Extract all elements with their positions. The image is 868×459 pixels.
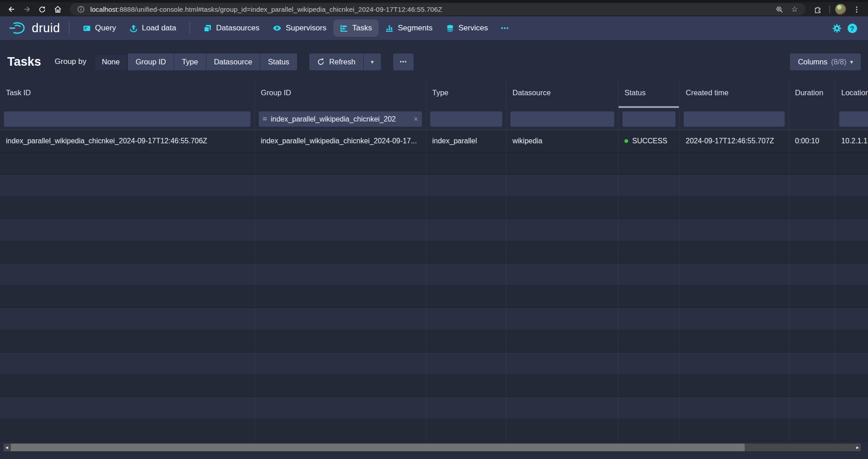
group-by-none-button[interactable]: None (94, 54, 127, 70)
empty-cell (255, 264, 426, 286)
browser-menu-kebab-icon[interactable] (850, 3, 863, 16)
column-header-group-id[interactable]: Group ID (255, 77, 426, 108)
group-by-type-button[interactable]: Type (174, 54, 206, 70)
empty-cell (835, 375, 868, 397)
column-header-created-time[interactable]: Created time (680, 77, 789, 108)
segments-chart-icon (385, 24, 393, 32)
group-by-datasource-button[interactable]: Datasource (206, 54, 260, 70)
group-by-label: Group by (55, 57, 87, 66)
filter-value: index_parallel_wikipedia_chicnkei_202 (271, 115, 410, 123)
nav-item-tasks[interactable]: Tasks (333, 20, 379, 37)
nav-more-button[interactable] (495, 20, 515, 36)
group-by-status-button[interactable]: Status (260, 54, 297, 70)
empty-cell (255, 419, 426, 441)
nav-item-services[interactable]: Services (439, 20, 495, 37)
site-info-icon[interactable] (75, 4, 86, 15)
button-label: None (102, 58, 120, 66)
filter-input-task-id[interactable] (4, 111, 251, 127)
column-header-location[interactable]: Location (835, 77, 868, 108)
scrollbar-thumb[interactable] (11, 444, 745, 451)
nav-item-supervisors[interactable]: Supervisors (266, 20, 333, 37)
empty-cell (619, 152, 680, 175)
scrollbar-left-arrow[interactable]: ◂ (4, 444, 10, 451)
cell-group-id[interactable]: index_parallel_wikipedia_chicnkei_2024-0… (255, 130, 426, 152)
empty-cell (619, 397, 680, 419)
column-header-datasource[interactable]: Datasource (507, 77, 619, 108)
scrollbar-right-arrow[interactable]: ▸ (854, 444, 861, 451)
empty-cell (619, 308, 680, 330)
empty-cell (255, 375, 426, 397)
empty-table-row (0, 419, 868, 441)
columns-count: (8/8) (831, 58, 847, 66)
cell-datasource[interactable]: wikipedia (507, 130, 619, 152)
profile-avatar[interactable] (835, 4, 846, 15)
filter-input-datasource[interactable] (510, 111, 614, 127)
column-header-status[interactable]: Status (619, 77, 680, 108)
help-button[interactable]: ? (844, 20, 860, 36)
column-label: Group ID (261, 88, 291, 97)
toolbar-more-button[interactable] (393, 54, 414, 70)
cell-task-id[interactable]: index_parallel_wikipedia_chicnkei_2024-0… (0, 130, 255, 152)
settings-gear-button[interactable] (829, 20, 844, 36)
empty-cell (680, 375, 789, 397)
equals-filter-icon: = (263, 115, 267, 124)
zoom-in-icon[interactable] (774, 4, 785, 15)
column-header-type[interactable]: Type (426, 77, 507, 108)
empty-cell (426, 308, 507, 330)
cell-created-time[interactable]: 2024-09-17T12:46:55.707Z (680, 130, 789, 152)
filter-input-group-id[interactable]: = index_parallel_wikipedia_chicnkei_202 … (258, 111, 422, 127)
filter-input-location[interactable] (839, 111, 868, 127)
nav-item-load-data[interactable]: Load data (123, 20, 183, 37)
cell-location[interactable]: 10.2.1.1 (835, 130, 868, 152)
nav-item-datasources[interactable]: Datasources (197, 20, 266, 37)
empty-cell (835, 308, 868, 330)
empty-cell (507, 152, 619, 175)
columns-dropdown-button[interactable]: Columns (8/8) ▾ (790, 54, 861, 70)
button-label: Datasource (214, 58, 252, 66)
cell-duration[interactable]: 0:00:10 (789, 130, 835, 152)
empty-cell (0, 219, 255, 241)
empty-cell (426, 330, 507, 352)
empty-cell (680, 197, 789, 219)
refresh-button[interactable]: Refresh (309, 54, 363, 70)
empty-cell (0, 197, 255, 219)
button-label: Status (268, 58, 289, 66)
extensions-icon[interactable] (811, 3, 824, 16)
empty-cell (0, 330, 255, 352)
bookmark-star-icon[interactable]: ☆ (789, 4, 800, 15)
empty-cell (680, 419, 789, 441)
empty-cell (255, 308, 426, 330)
empty-cell (426, 219, 507, 241)
filter-cell-duration (789, 108, 835, 130)
brand-name: druid (32, 21, 60, 35)
group-by-group-id-button[interactable]: Group ID (128, 54, 174, 70)
empty-table-row (0, 264, 868, 286)
reload-button[interactable] (35, 3, 49, 16)
home-button[interactable] (51, 3, 64, 16)
druid-logo-icon (8, 21, 27, 35)
navbar-divider (69, 22, 69, 34)
nav-item-query[interactable]: Query (76, 20, 123, 37)
empty-cell (0, 152, 255, 175)
filter-input-type[interactable] (430, 111, 502, 127)
forward-button[interactable] (20, 3, 34, 16)
cell-type[interactable]: index_parallel (426, 130, 507, 152)
refresh-interval-caret-button[interactable]: ▾ (364, 54, 381, 70)
nav-item-segments[interactable]: Segments (379, 20, 439, 37)
empty-cell (507, 397, 619, 419)
empty-cell (789, 308, 835, 330)
back-button[interactable] (5, 3, 18, 16)
horizontal-scrollbar[interactable]: ◂ ▸ (4, 444, 861, 451)
column-header-task-id[interactable]: Task ID (0, 77, 255, 108)
refresh-icon (317, 58, 325, 66)
filter-input-created-time[interactable] (683, 111, 785, 127)
filter-input-status[interactable] (622, 111, 676, 127)
druid-brand[interactable]: druid (8, 21, 60, 35)
column-header-duration[interactable]: Duration (789, 77, 835, 108)
app-window: localhost:8888/unified-console.html#task… (0, 0, 868, 459)
cell-status[interactable]: SUCCESS (619, 130, 680, 152)
clear-filter-icon[interactable]: × (414, 115, 418, 124)
empty-cell (789, 152, 835, 175)
address-bar[interactable]: localhost:8888/unified-console.html#task… (70, 3, 805, 15)
empty-cell (835, 152, 868, 175)
